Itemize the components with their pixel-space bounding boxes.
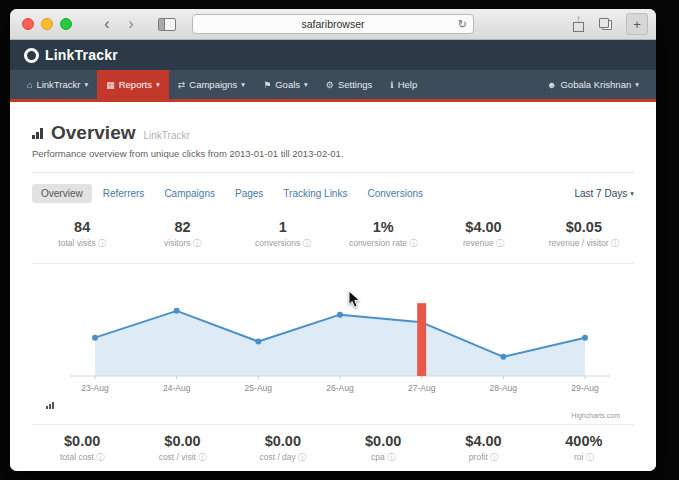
stat-label: conversions — [255, 238, 300, 248]
nav-label: Settings — [338, 79, 372, 90]
stat-label: total visits — [58, 238, 95, 248]
tab-overview[interactable]: Overview — [32, 184, 92, 203]
stat-label: conversion rate — [349, 238, 407, 248]
info-icon[interactable]: ⓘ — [387, 453, 395, 462]
share-icon[interactable]: ↑ — [572, 17, 585, 32]
stat-profit: $4.00 profit ⓘ — [433, 433, 533, 463]
info-icon[interactable]: ⓘ — [611, 239, 619, 248]
page-title-suffix: LinkTrackr — [144, 130, 190, 141]
stat-label: cost / visit — [159, 452, 196, 462]
nav-label: Goals — [275, 79, 300, 90]
titlebar-right-group: ↑ + — [572, 13, 648, 35]
page-content: Overview LinkTrackr Performance overview… — [10, 102, 656, 471]
nav-label: Campaigns — [189, 79, 237, 90]
stat-total-cost: $0.00 total cost ⓘ — [32, 433, 132, 463]
stat-revenue: $4.00 revenue ⓘ — [433, 219, 533, 249]
nav-item-reports[interactable]: ▦ Reports ▾ — [97, 70, 169, 99]
nav-label: Help — [398, 79, 418, 90]
refresh-icon[interactable]: ↻ — [458, 18, 467, 31]
desktop-background: ‹ › safaribrowser ↻ ↑ + Lin — [0, 0, 679, 480]
overview-chart: 23-Aug24-Aug25-Aug26-Aug27-Aug28-Aug29-A… — [32, 263, 634, 425]
caret-down-icon: ▾ — [156, 80, 160, 89]
stat-value: 1% — [333, 219, 433, 235]
minimize-window-button[interactable] — [41, 18, 53, 30]
sidebar-toggle-icon[interactable] — [158, 18, 176, 31]
stat-total-visits: 84 total visits ⓘ — [32, 219, 132, 249]
stat-label: cpa — [371, 452, 385, 462]
stat-value: $0.00 — [132, 433, 232, 449]
caret-down-icon: ▾ — [84, 80, 88, 89]
nav-label: Reports — [119, 79, 152, 90]
user-menu[interactable]: ☻ Gobala Krishnan ▾ — [538, 70, 648, 99]
info-icon[interactable]: ⓘ — [198, 453, 206, 462]
zoom-window-button[interactable] — [60, 18, 72, 30]
nav-item-goals[interactable]: ⚑ Goals ▾ — [254, 70, 317, 99]
linktrackr-logo-icon — [24, 48, 39, 63]
tab-pages[interactable]: Pages — [226, 184, 272, 203]
stat-value: $0.00 — [333, 433, 433, 449]
info-icon[interactable]: ⓘ — [193, 239, 201, 248]
info-icon[interactable]: ⓘ — [496, 239, 504, 248]
svg-text:28-Aug: 28-Aug — [490, 383, 518, 393]
stat-cost-per-visit: $0.00 cost / visit ⓘ — [132, 433, 232, 463]
info-icon[interactable]: ⓘ — [586, 453, 594, 462]
browser-titlebar: ‹ › safaribrowser ↻ ↑ + — [10, 9, 656, 40]
stats-row-bottom: $0.00 total cost ⓘ $0.00 cost / visit ⓘ … — [32, 433, 634, 471]
caret-down-icon: ▾ — [304, 80, 308, 89]
stat-label: revenue — [463, 238, 494, 248]
nav-item-campaigns[interactable]: ⇄ Campaigns ▾ — [169, 70, 254, 99]
show-tabs-icon[interactable] — [599, 18, 612, 30]
page-title: Overview — [51, 122, 136, 144]
info-icon[interactable]: ⓘ — [98, 239, 106, 248]
app-navbar: ⌂ LinkTrackr ▾ ▦ Reports ▾ ⇄ Campaigns ▾… — [10, 70, 656, 102]
nav-label: LinkTrackr — [36, 79, 80, 90]
stat-value: 84 — [32, 219, 132, 235]
back-button[interactable]: ‹ — [100, 16, 114, 32]
caret-down-icon: ▾ — [635, 80, 639, 89]
stat-conversion-rate: 1% conversion rate ⓘ — [333, 219, 433, 249]
date-range-dropdown[interactable]: Last 7 Days ▾ — [574, 188, 634, 199]
stat-conversions: 1 conversions ⓘ — [233, 219, 333, 249]
reports-icon: ▦ — [106, 80, 115, 90]
highcharts-credit-link[interactable]: Highcharts.com — [571, 412, 620, 419]
nav-item-linktrackr[interactable]: ⌂ LinkTrackr ▾ — [18, 70, 97, 99]
info-icon[interactable]: ⓘ — [409, 239, 417, 248]
new-tab-button[interactable]: + — [626, 13, 648, 35]
nav-item-settings[interactable]: ⚙ Settings — [317, 70, 381, 99]
stat-value: $4.00 — [433, 219, 533, 235]
address-bar[interactable]: safaribrowser ↻ — [192, 14, 474, 34]
settings-icon: ⚙ — [326, 80, 334, 90]
stat-label: cost / day — [259, 452, 295, 462]
tab-campaigns[interactable]: Campaigns — [155, 184, 224, 203]
brand-name: LinkTrackr — [45, 47, 118, 63]
stat-value: $0.05 — [534, 219, 634, 235]
tab-referrers[interactable]: Referrers — [94, 184, 154, 203]
info-icon[interactable]: ⓘ — [490, 453, 498, 462]
browser-window: ‹ › safaribrowser ↻ ↑ + Lin — [10, 9, 656, 471]
svg-text:24-Aug: 24-Aug — [163, 383, 191, 393]
stat-label: roi — [574, 452, 583, 462]
info-icon[interactable]: ⓘ — [298, 453, 306, 462]
nav-item-help[interactable]: ℹ Help — [381, 70, 426, 99]
stat-value: $0.00 — [32, 433, 132, 449]
user-name: Gobala Krishnan — [560, 79, 631, 90]
tab-conversions[interactable]: Conversions — [358, 184, 432, 203]
forward-button[interactable]: › — [124, 16, 138, 32]
info-icon[interactable]: ⓘ — [96, 453, 104, 462]
info-icon[interactable]: ⓘ — [303, 239, 311, 248]
svg-text:25-Aug: 25-Aug — [245, 383, 273, 393]
chart-canvas: 23-Aug24-Aug25-Aug26-Aug27-Aug28-Aug29-A… — [32, 272, 634, 416]
tabs-square-front — [599, 18, 609, 28]
stat-cost-per-day: $0.00 cost / day ⓘ — [233, 433, 333, 463]
address-text: safaribrowser — [301, 18, 364, 30]
traffic-lights — [22, 18, 72, 30]
stat-value: $4.00 — [433, 433, 533, 449]
close-window-button[interactable] — [22, 18, 34, 30]
svg-text:23-Aug: 23-Aug — [81, 383, 109, 393]
caret-down-icon: ▾ — [241, 80, 245, 89]
svg-text:27-Aug: 27-Aug — [408, 383, 436, 393]
stat-label: visitors — [164, 238, 190, 248]
stat-label: total cost — [60, 452, 94, 462]
stat-label: revenue / visitor — [549, 238, 609, 248]
tab-tracking-links[interactable]: Tracking Links — [274, 184, 356, 203]
